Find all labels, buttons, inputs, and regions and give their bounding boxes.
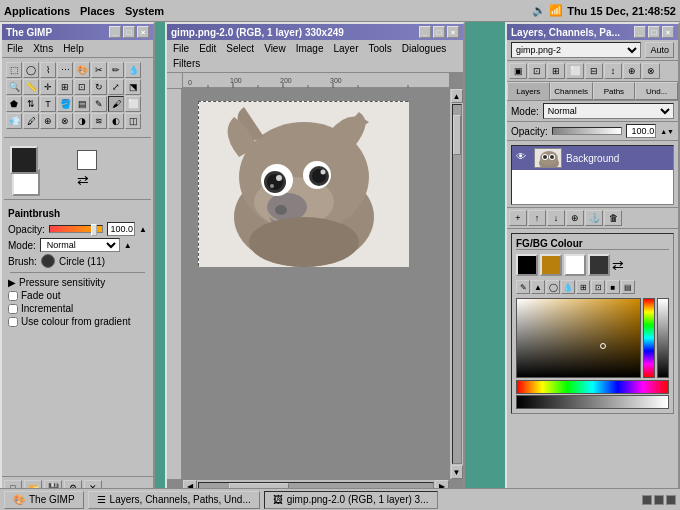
- tool-move[interactable]: ✛: [40, 79, 56, 95]
- pressure-arrow[interactable]: ▶: [8, 277, 16, 288]
- scroll-down-button[interactable]: ▼: [451, 465, 463, 479]
- layers-tool-6[interactable]: ↕: [604, 63, 622, 79]
- image-selector[interactable]: gimp.png-2: [511, 42, 641, 58]
- tool-clone[interactable]: ⊕: [40, 113, 56, 129]
- toolbox-file-menu[interactable]: File: [4, 42, 26, 55]
- tool-alignment[interactable]: ⊞: [57, 79, 73, 95]
- color-tool-5[interactable]: ⊞: [576, 280, 590, 294]
- layers-mode-select[interactable]: Normal: [543, 103, 674, 119]
- image-maximize-button[interactable]: □: [433, 26, 445, 38]
- duplicate-layer-button[interactable]: ⊕: [566, 210, 584, 226]
- taskbar-layers-button[interactable]: ☰ Layers, Channels, Paths, Und...: [88, 491, 260, 509]
- tool-convolve[interactable]: ◑: [74, 113, 90, 129]
- color-swap-icon[interactable]: ⇄: [612, 257, 624, 273]
- tool-scissors[interactable]: ✂: [91, 62, 107, 78]
- layers-tool-7[interactable]: ⊕: [623, 63, 641, 79]
- image-dialogues-menu[interactable]: Dialogues: [398, 42, 450, 55]
- tab-layers[interactable]: Layers: [507, 82, 550, 100]
- scroll-up-button[interactable]: ▲: [451, 89, 463, 103]
- auto-button[interactable]: Auto: [645, 42, 674, 58]
- v-scroll-thumb[interactable]: [453, 115, 461, 155]
- layers-tool-2[interactable]: ⊡: [528, 63, 546, 79]
- layers-tool-5[interactable]: ⊟: [585, 63, 603, 79]
- tool-scale[interactable]: ⤢: [108, 79, 124, 95]
- tab-paths[interactable]: Paths: [593, 82, 636, 100]
- tool-flip[interactable]: ⇅: [23, 96, 39, 112]
- tab-channels[interactable]: Channels: [550, 82, 593, 100]
- toolbox-maximize-button[interactable]: □: [123, 26, 135, 38]
- layers-tool-4[interactable]: ⬜: [566, 63, 584, 79]
- toolbox-xtns-menu[interactable]: Xtns: [30, 42, 56, 55]
- gradient-checkbox[interactable]: [8, 317, 18, 327]
- layers-maximize-button[interactable]: □: [648, 26, 660, 38]
- tool-pencil[interactable]: ✎: [91, 96, 107, 112]
- dark-color-block[interactable]: [588, 254, 610, 276]
- color-tool-4[interactable]: 💧: [561, 280, 575, 294]
- image-edit-menu[interactable]: Edit: [195, 42, 220, 55]
- color-tool-8[interactable]: ▤: [621, 280, 635, 294]
- color-tool-2[interactable]: ▲: [531, 280, 545, 294]
- tool-crop[interactable]: ⊡: [74, 79, 90, 95]
- tool-smudge[interactable]: ≋: [91, 113, 107, 129]
- vertical-scrollbar[interactable]: ▲ ▼: [449, 89, 463, 479]
- bg-color-block[interactable]: [564, 254, 586, 276]
- raise-layer-button[interactable]: ↑: [528, 210, 546, 226]
- foreground-color-swatch[interactable]: [10, 146, 38, 174]
- tool-airbrush[interactable]: 💨: [6, 113, 22, 129]
- brightness-slider[interactable]: [657, 298, 669, 378]
- tool-free-select[interactable]: ⌇: [40, 62, 56, 78]
- image-image-menu[interactable]: Image: [292, 42, 328, 55]
- layers-minimize-button[interactable]: _: [634, 26, 646, 38]
- system-menu[interactable]: System: [125, 5, 164, 17]
- color-tool-7[interactable]: ■: [606, 280, 620, 294]
- tool-paths[interactable]: ✏: [108, 62, 124, 78]
- image-layer-menu[interactable]: Layer: [329, 42, 362, 55]
- tool-rect-select[interactable]: ⬚: [6, 62, 22, 78]
- image-filters-menu[interactable]: Filters: [169, 57, 204, 70]
- fg-color-block[interactable]: [516, 254, 538, 276]
- lower-layer-button[interactable]: ↓: [547, 210, 565, 226]
- toolbox-minimize-button[interactable]: _: [109, 26, 121, 38]
- image-select-menu[interactable]: Select: [222, 42, 258, 55]
- image-minimize-button[interactable]: _: [419, 26, 431, 38]
- tool-paintbrush[interactable]: 🖌: [108, 96, 124, 112]
- taskbar-gimp-button[interactable]: 🎨 The GIMP: [4, 491, 84, 509]
- color-tool-6[interactable]: ⊡: [591, 280, 605, 294]
- image-tools-menu[interactable]: Tools: [364, 42, 395, 55]
- new-layer-button[interactable]: +: [509, 210, 527, 226]
- applications-menu[interactable]: Applications: [4, 5, 70, 17]
- toolbox-close-button[interactable]: ×: [137, 26, 149, 38]
- color-spectrum[interactable]: [516, 380, 669, 394]
- image-view-menu[interactable]: View: [260, 42, 290, 55]
- incremental-checkbox[interactable]: [8, 304, 18, 314]
- mode-select[interactable]: Normal: [40, 238, 120, 252]
- toolbox-help-menu[interactable]: Help: [60, 42, 87, 55]
- mid-color-block[interactable]: [540, 254, 562, 276]
- brush-preview[interactable]: [41, 254, 55, 268]
- mode-spinner[interactable]: ▲: [124, 241, 132, 250]
- tab-undo[interactable]: Und...: [635, 82, 678, 100]
- tool-fuzzy-select[interactable]: ⋯: [57, 62, 73, 78]
- layer-list[interactable]: 👁 Background: [511, 145, 674, 205]
- tool-ellipse-select[interactable]: ◯: [23, 62, 39, 78]
- tool-zoom[interactable]: 🔍: [6, 79, 22, 95]
- tool-bucket-fill[interactable]: 🪣: [57, 96, 73, 112]
- layers-close-button[interactable]: ×: [662, 26, 674, 38]
- delete-layer-button[interactable]: 🗑: [604, 210, 622, 226]
- tool-dodge-burn[interactable]: ◐: [108, 113, 124, 129]
- places-menu[interactable]: Places: [80, 5, 115, 17]
- color-picker-canvas[interactable]: [516, 298, 641, 378]
- tool-measure[interactable]: 📏: [23, 79, 39, 95]
- canvas-scroll-area[interactable]: [183, 89, 449, 479]
- grayscale-spectrum[interactable]: [516, 395, 669, 409]
- tool-eraser[interactable]: ⬜: [125, 96, 141, 112]
- fade-checkbox[interactable]: [8, 291, 18, 301]
- default-colors-icon[interactable]: [77, 150, 97, 170]
- opacity-value[interactable]: 100.0: [107, 222, 135, 236]
- image-close-button[interactable]: ×: [447, 26, 459, 38]
- tool-select-by-color[interactable]: 🎨: [74, 62, 90, 78]
- color-tool-3[interactable]: ◯: [546, 280, 560, 294]
- anchor-layer-button[interactable]: ⚓: [585, 210, 603, 226]
- v-scroll-track[interactable]: [452, 104, 462, 464]
- opacity-spinner-up[interactable]: ▲: [139, 225, 147, 234]
